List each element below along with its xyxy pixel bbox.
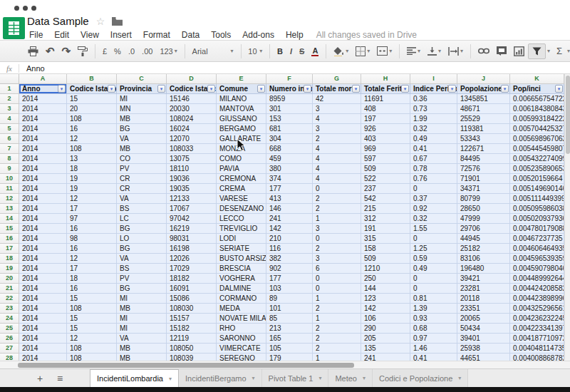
- column-header-J[interactable]: J: [457, 74, 510, 84]
- cell[interactable]: 108039: [167, 354, 217, 361]
- row-header-4[interactable]: 4: [0, 114, 19, 124]
- row-header-20[interactable]: 20: [0, 274, 19, 284]
- cell[interactable]: 50434: [457, 324, 510, 334]
- cell[interactable]: 0.36: [410, 94, 457, 104]
- cell[interactable]: 108030: [167, 304, 217, 314]
- cell[interactable]: 241: [266, 214, 313, 224]
- cell[interactable]: 191: [361, 224, 410, 234]
- cell[interactable]: RHO: [217, 324, 266, 334]
- column-header-I[interactable]: I: [410, 74, 457, 84]
- cell[interactable]: 542: [361, 194, 410, 204]
- cell[interactable]: 23351: [457, 304, 510, 314]
- row-header-19[interactable]: 19: [0, 264, 19, 274]
- cell[interactable]: 17029: [167, 264, 217, 274]
- cell[interactable]: 2014: [19, 264, 67, 274]
- cell[interactable]: 301: [266, 104, 313, 114]
- cell[interactable]: 0.37: [410, 194, 457, 204]
- cell[interactable]: 19035: [167, 184, 217, 194]
- cell[interactable]: 142: [266, 224, 313, 234]
- cell[interactable]: 47999: [457, 214, 510, 224]
- row-header-26[interactable]: 26: [0, 334, 19, 344]
- cell[interactable]: 290: [361, 324, 410, 334]
- cell[interactable]: 16219: [167, 224, 217, 234]
- cell[interactable]: 668: [266, 144, 313, 154]
- cell[interactable]: 25938: [457, 344, 510, 354]
- row-header-15[interactable]: 15: [0, 224, 19, 234]
- menu-edit[interactable]: Edit: [48, 29, 75, 41]
- cell[interactable]: MEDA: [217, 304, 266, 314]
- cell[interactable]: 2014: [19, 314, 67, 324]
- cell[interactable]: 3: [313, 224, 361, 234]
- cell[interactable]: 312: [361, 214, 410, 224]
- cell[interactable]: 12: [67, 254, 117, 264]
- cell[interactable]: MB: [117, 354, 167, 361]
- cell[interactable]: 2014: [19, 214, 67, 224]
- cell[interactable]: 413: [266, 194, 313, 204]
- cell[interactable]: 108024: [167, 114, 217, 124]
- cell[interactable]: 1.39: [410, 304, 457, 314]
- cell[interactable]: 34371: [457, 184, 510, 194]
- menu-view[interactable]: View: [75, 29, 105, 41]
- merge-cells-button[interactable]: ▾: [373, 43, 395, 59]
- column-header-C[interactable]: C: [117, 74, 167, 84]
- cell[interactable]: 0.41: [410, 144, 457, 154]
- cell[interactable]: 2014: [19, 174, 67, 184]
- cell[interactable]: 2014: [19, 114, 67, 124]
- cell[interactable]: 0.004187710972: [510, 334, 564, 344]
- cell[interactable]: CREMONA: [217, 174, 266, 184]
- cell[interactable]: DESENZANO DI: [217, 204, 266, 214]
- row-header-16[interactable]: 16: [0, 234, 19, 244]
- select-all-corner[interactable]: [0, 74, 19, 84]
- filter-dropdown-icon[interactable]: ▾: [401, 85, 409, 93]
- cell[interactable]: 0.005698967062: [510, 134, 564, 144]
- cell[interactable]: 3: [313, 104, 361, 114]
- cell[interactable]: 2014: [19, 94, 67, 104]
- cell[interactable]: 20065: [457, 314, 510, 324]
- row-header-17[interactable]: 17: [0, 244, 19, 254]
- cell[interactable]: 15146: [167, 94, 217, 104]
- sheet-tab-incidentilombardia[interactable]: IncidentiLombardia▾: [90, 369, 179, 387]
- cell[interactable]: 23281: [457, 284, 510, 294]
- cell[interactable]: MI: [117, 294, 167, 304]
- cell[interactable]: 39421: [457, 274, 510, 284]
- cell[interactable]: BERGAMO: [217, 124, 266, 134]
- cell[interactable]: 2014: [19, 334, 67, 344]
- cell[interactable]: BG: [117, 284, 167, 294]
- cell[interactable]: NOVATE MILAN: [217, 314, 266, 324]
- cell[interactable]: 0.004223341397: [510, 324, 564, 334]
- cell[interactable]: 12026: [167, 254, 217, 264]
- cell[interactable]: 2: [313, 244, 361, 254]
- star-icon[interactable]: ☆: [96, 16, 105, 27]
- row-header-28[interactable]: 28: [0, 354, 19, 361]
- cell[interactable]: 39401: [457, 334, 510, 344]
- cell[interactable]: 0.004423898996: [510, 294, 564, 304]
- cell[interactable]: MANTOVA: [217, 104, 266, 114]
- cell[interactable]: 0.41: [410, 354, 457, 361]
- column-header-F[interactable]: F: [266, 74, 313, 84]
- row-header-7[interactable]: 7: [0, 144, 19, 154]
- cell[interactable]: 53343: [457, 134, 510, 144]
- cell[interactable]: 20030: [167, 104, 217, 114]
- sheet-tab-meteo[interactable]: Meteo▾: [328, 369, 373, 387]
- cell[interactable]: 2014: [19, 204, 67, 214]
- cell[interactable]: 2014: [19, 274, 67, 284]
- horizontal-scrollbar-thumb[interactable]: [18, 363, 354, 368]
- cell[interactable]: MB: [117, 344, 167, 354]
- cell[interactable]: 382: [266, 254, 313, 264]
- cell[interactable]: 2: [313, 134, 361, 144]
- cell[interactable]: 15: [67, 94, 117, 104]
- cell[interactable]: 0.68: [410, 324, 457, 334]
- cell[interactable]: 0.93: [410, 314, 457, 324]
- move-to-folder-icon[interactable]: [112, 17, 123, 26]
- cell[interactable]: 2014: [19, 194, 67, 204]
- chevron-down-icon[interactable]: ▾: [567, 48, 570, 54]
- cell[interactable]: 0.004236232245: [510, 314, 564, 324]
- row-header-6[interactable]: 6: [0, 134, 19, 144]
- cell[interactable]: 0.32: [410, 124, 457, 134]
- cell[interactable]: 83106: [457, 254, 510, 264]
- cell[interactable]: 3: [313, 254, 361, 264]
- cell[interactable]: MI: [117, 94, 167, 104]
- cell[interactable]: 25529: [457, 114, 510, 124]
- cell[interactable]: 1.25: [410, 244, 457, 254]
- row-header-22[interactable]: 22: [0, 294, 19, 304]
